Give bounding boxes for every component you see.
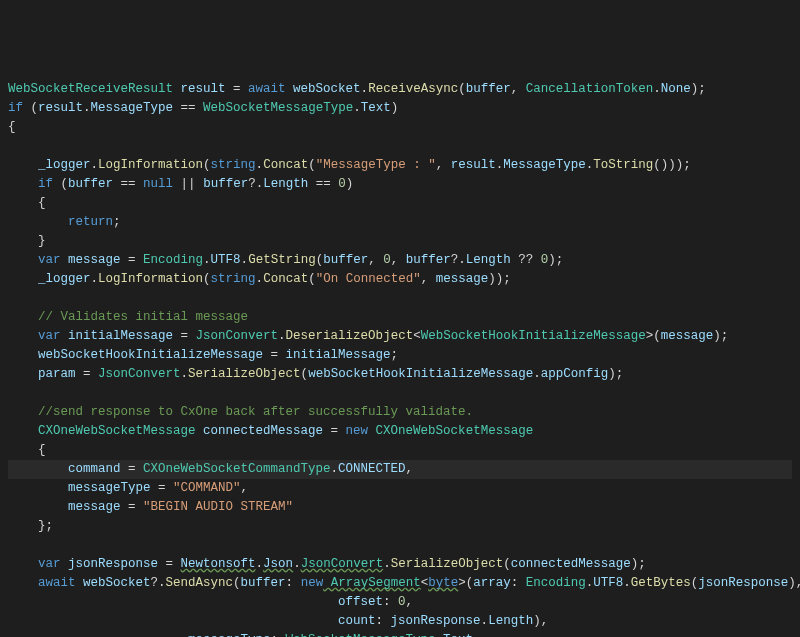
punct: = [151,481,174,495]
punct: ())); [653,158,691,172]
prop-token: MessageType [91,101,174,115]
method-token: LogInformation [98,158,203,172]
brace: { [38,196,46,210]
punct: ); [691,82,706,96]
type-token: JsonConvert [301,557,384,571]
comment-token: //send response to CxOne back after succ… [38,405,473,419]
prop-token: Length [263,177,308,191]
keyword-token: if [38,177,53,191]
punct: = [263,348,286,362]
punct: = [121,500,144,514]
var-token: buffer [203,177,248,191]
punct: ( [203,272,211,286]
method-token: ReceiveAsync [368,82,458,96]
punct: : [383,595,398,609]
type-token: JsonConvert [196,329,279,343]
var-token: webSocket [76,576,151,590]
var-token: initialMessage [61,329,174,343]
code-line: var message = Encoding.UTF8.GetString(bu… [8,253,563,267]
punct: . [361,82,369,96]
method-token: SerializeObject [188,367,301,381]
punct: ?. [151,576,166,590]
code-line: message = "BEGIN AUDIO STREAM" [8,500,293,514]
var-token: connectedMessage [511,557,631,571]
method-token: SendAsync [166,576,234,590]
punct: ), [788,576,800,590]
punct: . [203,253,211,267]
code-line: return; [8,215,121,229]
var-token: jsonResponse [698,576,788,590]
var-token: _logger [38,158,91,172]
code-line: CXOneWebSocketMessage connectedMessage =… [8,424,533,438]
punct: : [271,633,286,637]
var-token: message [68,500,121,514]
punct: , [436,158,451,172]
punct: . [293,557,301,571]
method-token: GetBytes [631,576,691,590]
punct: , [511,82,526,96]
punct: = [76,367,99,381]
code-line: webSocketHookInitializeMessage = initial… [8,348,398,362]
keyword-token: var [38,557,61,571]
punct: ( [301,367,309,381]
code-line: WebSocketReceiveResult result = await we… [8,82,706,96]
code-line: messageType: WebSocketMessageType.Text, [8,633,481,637]
punct: . [436,633,444,637]
highlighted-line: command = CXOneWebSocketCommandType.CONN… [8,460,792,479]
punct: ( [203,158,211,172]
var-token: jsonResponse [61,557,159,571]
var-token: buffer [466,82,511,96]
namespace-token: Json [263,557,293,571]
code-line: }; [8,519,53,533]
prop-token: UTF8 [593,576,623,590]
comment-token: // Validates initial message [38,310,248,324]
param-token: count [338,614,376,628]
punct: . [653,82,661,96]
code-line: messageType = "COMMAND", [8,481,248,495]
punct: . [256,158,264,172]
code-editor[interactable]: WebSocketReceiveResult result = await we… [8,80,792,637]
var-token: result [38,101,83,115]
var-token: result [181,82,226,96]
method-token: Concat [263,272,308,286]
param-token: array [473,576,511,590]
code-line: { [8,443,46,457]
punct: == [113,177,143,191]
prop-token: Text [443,633,473,637]
var-token: message [61,253,121,267]
keyword-token: string [211,158,256,172]
namespace-token: Newtonsoft [181,557,256,571]
type-token: ArraySegment [323,576,421,590]
string-token: "COMMAND" [173,481,241,495]
type-token: WebSocketMessageType [203,101,353,115]
var-token: command [68,462,121,476]
type-token: WebSocketHookInitializeMessage [421,329,646,343]
param-token: offset [338,595,383,609]
punct: ; [391,348,399,362]
punct: . [256,557,264,571]
keyword-token: new [301,576,324,590]
type-token: CXOneWebSocketMessage [368,424,533,438]
string-token: "MessageType : " [316,158,436,172]
code-line: param = JsonConvert.SerializeObject(webS… [8,367,623,381]
punct: < [413,329,421,343]
prop-token: Length [466,253,511,267]
keyword-token: null [143,177,173,191]
method-token: Concat [263,158,308,172]
punct: = [121,462,144,476]
var-token: buffer [323,253,368,267]
number-token: 0 [383,253,391,267]
code-line: await webSocket?.SendAsync(buffer: new A… [8,576,800,590]
punct: ( [458,82,466,96]
type-token: CXOneWebSocketMessage [38,424,196,438]
code-line: if (result.MessageType == WebSocketMessa… [8,101,398,115]
prop-token: MessageType [503,158,586,172]
punct: = [158,557,181,571]
prop-token: Text [361,101,391,115]
brace: }; [38,519,53,533]
punct: : [376,614,391,628]
keyword-token: await [248,82,286,96]
method-token: DeserializeObject [286,329,414,343]
var-token: webSocket [286,82,361,96]
prop-token: CONNECTED [338,462,406,476]
